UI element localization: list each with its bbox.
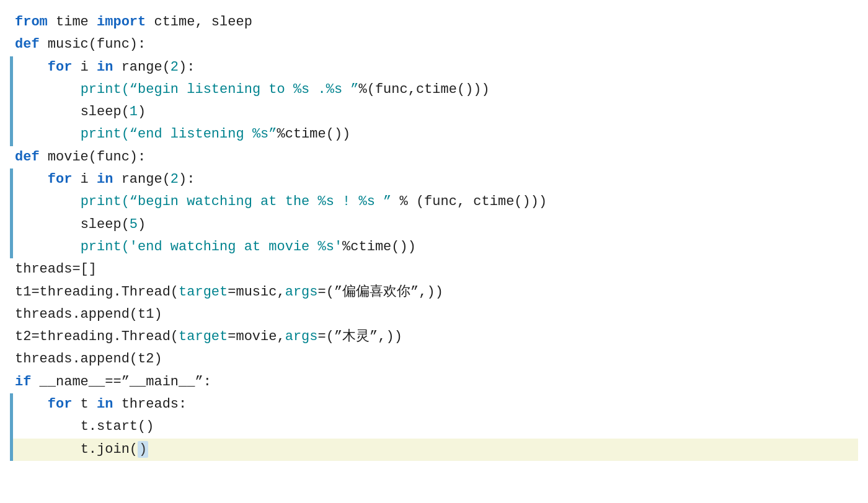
code-token: args (285, 284, 318, 300)
code-token: t2=threading.Thread( (15, 329, 179, 344)
code-token: in (97, 396, 113, 412)
code-content: from time import ctime, sleep def music(… (0, 6, 868, 503)
code-token: ): (179, 172, 195, 187)
code-token (15, 396, 48, 412)
code-line: t.start() (10, 416, 858, 438)
code-line: print(“begin watching at the %s ! %s ” %… (10, 191, 858, 213)
indent-bar (10, 236, 13, 258)
code-line: for i in range(2): (10, 56, 858, 79)
code-token: for (48, 172, 73, 187)
code-token: print( (81, 126, 130, 142)
code-token (15, 59, 48, 75)
code-token: threads.append(t1) (15, 307, 162, 322)
code-token: in (97, 59, 113, 75)
code-token: ) (138, 217, 146, 232)
code-token: if (15, 374, 31, 390)
code-token: print( (81, 194, 130, 209)
code-token: def (15, 37, 40, 52)
code-token: 1 (130, 104, 138, 120)
code-token: for (48, 59, 73, 75)
indent-bar (10, 191, 13, 213)
code-line: print(“end listening %s”%ctime()) (10, 123, 858, 146)
code-line: for t in threads: (10, 393, 858, 416)
code-token: print( (81, 239, 130, 255)
indent-bar (10, 416, 13, 438)
code-token: movie(func): (40, 149, 146, 165)
code-token: threads=[] (15, 261, 97, 277)
code-token: “begin listening to %s .%s ” (130, 82, 359, 97)
code-token: =(”偏偏喜欢你”,)) (318, 284, 443, 300)
code-token: “end listening %s” (130, 126, 277, 142)
code-token: target (179, 329, 228, 344)
code-token: sleep( (81, 217, 130, 232)
code-line: print('end watching at movie %s'%ctime()… (10, 236, 858, 258)
code-line (10, 483, 858, 503)
indent-bar (10, 168, 13, 191)
code-token (15, 172, 48, 187)
code-token: sleep( (81, 104, 130, 120)
code-token (15, 217, 81, 232)
code-token (15, 82, 81, 97)
code-token: t (72, 396, 97, 412)
code-token: from (15, 14, 48, 30)
code-token: i (72, 59, 97, 75)
code-token: ) (138, 104, 146, 120)
indent-bar (10, 79, 13, 101)
code-editor: from time import ctime, sleep def music(… (0, 0, 868, 503)
code-line: threads=[] (10, 258, 858, 281)
code-token: range( (113, 59, 170, 75)
code-line: threads.append(t2) (10, 348, 858, 370)
code-token: % (func, ctime())) (391, 194, 547, 209)
code-token: time (48, 14, 97, 30)
indent-bar (10, 439, 13, 461)
code-token: range( (113, 172, 170, 187)
code-token: t.join( (81, 442, 138, 457)
code-token: ctime, sleep (146, 14, 252, 30)
code-token: =movie, (228, 329, 285, 344)
code-token: __name__==”__main__”: (31, 374, 211, 390)
code-token: in (97, 172, 113, 187)
code-token (15, 104, 81, 120)
code-token: 'end watching at movie %s' (130, 239, 342, 255)
code-line: t.join() (10, 439, 858, 461)
code-token: t.start() (81, 419, 154, 434)
code-token: threads: (113, 396, 187, 412)
code-line: def music(func): (10, 33, 858, 56)
code-line (10, 461, 858, 483)
code-line: threads.append(t1) (10, 304, 858, 326)
indent-bar (10, 101, 13, 123)
code-token: “begin watching at the %s ! %s ” (130, 194, 391, 209)
code-token: i (72, 172, 97, 187)
code-token: threads.append(t2) (15, 351, 162, 367)
code-token: =music, (228, 284, 285, 300)
indent-bar (10, 214, 13, 236)
code-token: 5 (130, 217, 138, 232)
code-line: def movie(func): (10, 146, 858, 168)
code-token: %(func,ctime())) (359, 82, 490, 97)
indent-bar (10, 123, 13, 146)
code-line: from time import ctime, sleep (10, 11, 858, 33)
code-token: %ctime()) (342, 239, 416, 255)
code-line: t1=threading.Thread(target=music,args=(”… (10, 281, 858, 304)
code-token (15, 194, 81, 209)
code-line: print(“begin listening to %s .%s ”%(func… (10, 79, 858, 101)
highlighted-token: ) (138, 441, 148, 458)
code-token: =(”木灵”,)) (318, 329, 402, 344)
code-token: t1=threading.Thread( (15, 284, 179, 300)
code-token (15, 419, 81, 434)
code-token: 2 (170, 59, 179, 75)
code-line: sleep(5) (10, 214, 858, 236)
code-line: sleep(1) (10, 101, 858, 123)
code-token: print( (81, 82, 130, 97)
indent-bar (10, 56, 13, 79)
code-line: t2=threading.Thread(target=movie,args=(”… (10, 326, 858, 348)
code-token: def (15, 149, 40, 165)
code-token (15, 126, 81, 142)
indent-bar (10, 393, 13, 416)
code-token: args (285, 329, 318, 344)
code-line: if __name__==”__main__”: (10, 371, 858, 393)
code-token: ): (179, 59, 195, 75)
code-token: import (97, 14, 146, 30)
code-token: %ctime()) (277, 126, 350, 142)
code-token: for (48, 396, 73, 412)
